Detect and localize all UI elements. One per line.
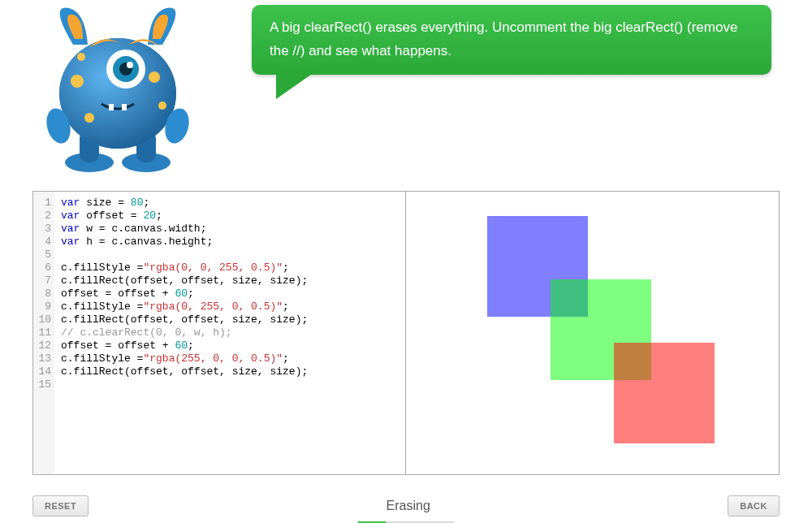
svg-point-10 [77, 53, 85, 61]
mascot-character [32, 0, 203, 175]
svg-rect-17 [109, 104, 114, 110]
back-button[interactable]: BACK [728, 495, 780, 517]
line-gutter: 123456789101112131415 [33, 192, 54, 474]
svg-point-9 [158, 102, 166, 110]
svg-point-16 [127, 62, 133, 68]
svg-point-8 [149, 71, 160, 83]
footer-bar: RESET Erasing BACK [32, 495, 780, 517]
svg-point-7 [84, 113, 94, 123]
code-content[interactable]: var size = 80; var offset = 20; var w = … [54, 192, 314, 474]
lesson-title: Erasing [89, 499, 728, 513]
svg-point-6 [71, 75, 84, 88]
instruction-bubble: A big clearRect() erases everything. Unc… [252, 5, 771, 75]
reset-button[interactable]: RESET [32, 495, 89, 517]
code-editor[interactable]: 123456789101112131415 var size = 80; var… [33, 192, 406, 474]
svg-rect-18 [122, 104, 127, 110]
red-square [614, 343, 715, 443]
instruction-text: A big clearRect() erases everything. Unc… [270, 19, 737, 58]
workspace: 123456789101112131415 var size = 80; var… [32, 191, 780, 475]
canvas-output [406, 192, 779, 474]
